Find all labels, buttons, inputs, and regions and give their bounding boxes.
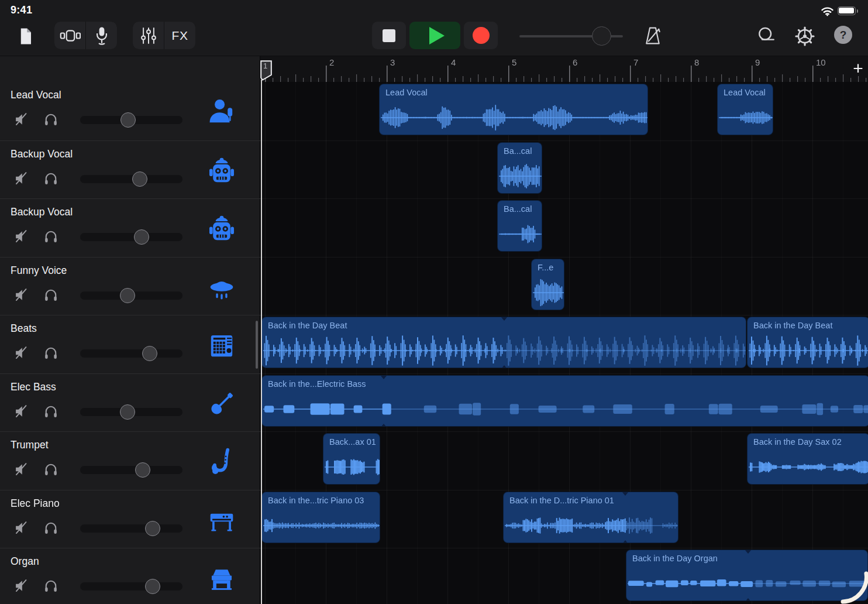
count-in-metronome-button[interactable] (641, 24, 664, 47)
bar-number: 6 (573, 57, 577, 67)
track-volume-slider[interactable] (80, 524, 182, 533)
track-volume-slider[interactable] (80, 175, 182, 183)
audio-region[interactable]: Back in the...tric Piano 03 (261, 492, 380, 543)
mute-button[interactable] (13, 578, 30, 595)
mute-button[interactable] (13, 520, 30, 537)
track-header-row[interactable]: Backup Vocal (0, 140, 260, 198)
mute-button[interactable] (13, 461, 30, 479)
track-header-row[interactable]: Lead Vocal (0, 82, 260, 140)
help-button[interactable]: ? (834, 26, 852, 44)
track-header-row[interactable]: Elec Piano (0, 490, 260, 548)
track-header-row[interactable]: Beats (0, 315, 260, 373)
status-time: 9:41 (11, 4, 32, 16)
track-volume-slider[interactable] (80, 349, 182, 358)
document-icon (17, 26, 35, 47)
audio-region[interactable]: Back in the D...tric Piano 01 (503, 492, 678, 543)
bar-number: 2 (329, 57, 334, 67)
monitor-button[interactable] (42, 520, 60, 537)
track-volume-knob[interactable] (145, 579, 160, 594)
monitor-headphones-icon (43, 228, 59, 245)
monitor-button[interactable] (42, 345, 60, 362)
audio-region[interactable]: Ba...cal (497, 200, 542, 252)
record-button[interactable] (464, 22, 498, 49)
add-track-button[interactable]: + (849, 59, 867, 78)
track-list-scrollbar[interactable] (256, 321, 258, 369)
timeline-ruler[interactable]: + 2345678910 (260, 56, 868, 82)
saxophone-icon[interactable] (207, 447, 236, 476)
track-view-icon (60, 28, 81, 43)
track-name: Trumpet (11, 439, 49, 451)
settings-button[interactable] (793, 24, 817, 49)
audio-region[interactable]: Back in the Day Beat (261, 317, 746, 368)
timeline[interactable]: Lead VocalLead VocalBa...calBa...calF...… (260, 82, 868, 604)
mute-button[interactable] (13, 403, 30, 421)
audio-region[interactable]: Back in the...Electric Bass (261, 375, 868, 427)
monitor-button[interactable] (42, 578, 60, 595)
play-button[interactable] (409, 22, 460, 49)
track-view-button[interactable] (54, 22, 85, 49)
instrument-view-button[interactable] (86, 22, 117, 49)
audio-region[interactable]: Back...ax 01 (323, 433, 380, 485)
bar-number: 10 (816, 57, 826, 67)
mute-button[interactable] (13, 228, 30, 246)
track-volume-knob[interactable] (142, 346, 157, 361)
audio-region[interactable]: Ba...cal (497, 142, 542, 194)
playhead-marker[interactable]: 1 (260, 60, 272, 81)
stop-button[interactable] (372, 22, 406, 49)
track-volume-slider[interactable] (80, 233, 182, 241)
track-header-row[interactable]: Organ (0, 548, 260, 604)
mute-speaker-icon (13, 111, 30, 128)
drum-machine-icon[interactable] (207, 331, 236, 360)
track-header-row[interactable]: Trumpet (0, 431, 260, 490)
track-header-row[interactable]: Funny Voice (0, 257, 260, 315)
monitor-button[interactable] (42, 287, 60, 304)
audio-region[interactable]: Lead Vocal (379, 84, 648, 135)
ufo-icon[interactable] (207, 273, 236, 302)
track-header-row[interactable]: Backup Vocal (0, 198, 260, 257)
vocalist-icon[interactable] (207, 97, 236, 126)
fx-button[interactable]: FX (164, 22, 195, 49)
mute-button[interactable] (13, 287, 30, 304)
track-volume-slider[interactable] (80, 291, 182, 300)
audio-region[interactable]: Lead Vocal (717, 84, 773, 135)
track-volume-slider[interactable] (80, 116, 182, 124)
track-volume-slider[interactable] (80, 582, 182, 591)
monitor-button[interactable] (42, 403, 60, 421)
robot-icon[interactable] (207, 214, 236, 243)
track-volume-slider[interactable] (80, 466, 182, 474)
mute-button[interactable] (13, 111, 30, 129)
robot-icon[interactable] (207, 156, 236, 186)
track-volume-knob[interactable] (145, 521, 160, 536)
monitor-button[interactable] (42, 461, 60, 479)
track-volume-knob[interactable] (132, 171, 147, 187)
monitor-button[interactable] (42, 111, 60, 129)
track-header-row[interactable]: Elec Bass (0, 373, 260, 431)
track-volume-knob[interactable] (120, 112, 136, 128)
mute-button[interactable] (13, 345, 30, 362)
track-volume-knob[interactable] (134, 229, 149, 245)
track-volume-knob[interactable] (120, 404, 135, 420)
organ-icon[interactable] (207, 564, 236, 593)
mute-button[interactable] (13, 170, 30, 188)
microphone-icon (94, 26, 110, 46)
master-volume-knob[interactable] (592, 26, 611, 46)
track-volume-knob[interactable] (135, 462, 150, 478)
audio-region[interactable]: Back in the Day Sax 02 (747, 433, 868, 485)
track-controls-button[interactable] (133, 22, 164, 49)
track-name: Elec Piano (11, 497, 60, 510)
audio-region[interactable]: F...e (531, 259, 564, 310)
loop-browser-button[interactable] (755, 25, 779, 46)
audio-region[interactable]: Back in the Day Organ (626, 550, 868, 601)
playhead-line[interactable] (261, 80, 262, 604)
electric-piano-icon[interactable] (207, 506, 236, 535)
audio-region[interactable]: Back in the Day Beat (747, 317, 868, 368)
bass-guitar-icon[interactable] (207, 389, 236, 418)
track-volume-knob[interactable] (120, 288, 135, 303)
region-label: Back...ax 01 (329, 437, 376, 447)
monitor-button[interactable] (42, 228, 60, 246)
settings-gear-icon (793, 25, 817, 48)
monitor-button[interactable] (42, 170, 60, 188)
track-volume-slider[interactable] (80, 408, 182, 416)
song-browser-button[interactable] (16, 25, 36, 48)
master-volume-slider[interactable] (519, 26, 623, 46)
